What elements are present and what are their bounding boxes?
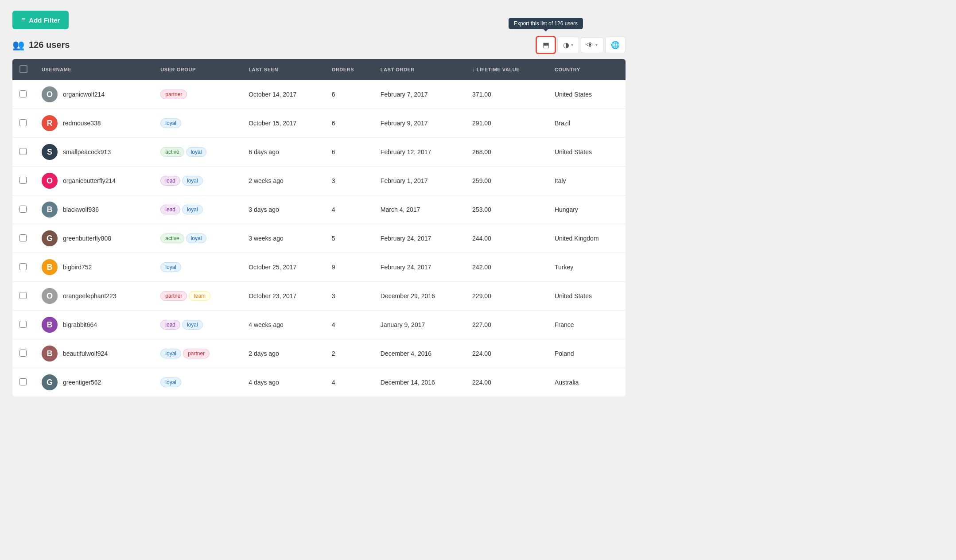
tag-lead[interactable]: lead xyxy=(160,205,180,214)
row-checkbox[interactable] xyxy=(19,206,27,213)
table-row[interactable]: G greenbutterfly808 activeloyal3 weeks a… xyxy=(12,224,626,253)
table-row[interactable]: B bigbird752 loyalOctober 25, 20179Febru… xyxy=(12,253,626,282)
table-row[interactable]: S smallpeacock913 activeloyal6 days ago6… xyxy=(12,138,626,167)
avatar: R xyxy=(42,115,58,131)
orders-cell: 6 xyxy=(325,109,373,138)
last-order-cell: December 29, 2016 xyxy=(373,282,465,311)
table-row[interactable]: O organicwolf214 partnerOctober 14, 2017… xyxy=(12,80,626,109)
tag-loyal[interactable]: loyal xyxy=(186,147,207,157)
tag-loyal[interactable]: loyal xyxy=(182,176,203,186)
row-checkbox[interactable] xyxy=(19,148,27,155)
last-order-cell: March 4, 2017 xyxy=(373,195,465,224)
tag-active[interactable]: active xyxy=(160,147,184,157)
user-cell: R redmouse338 xyxy=(35,109,153,138)
last-seen-cell: 3 days ago xyxy=(241,195,324,224)
username-text[interactable]: beautifulwolf924 xyxy=(63,350,108,357)
tag-partner[interactable]: partner xyxy=(160,89,187,99)
row-checkbox[interactable] xyxy=(19,292,27,299)
username-text[interactable]: smallpeacock913 xyxy=(63,148,111,156)
last-order-cell: February 7, 2017 xyxy=(373,80,465,109)
row-checkbox[interactable] xyxy=(19,321,27,328)
last-seen-cell: October 25, 2017 xyxy=(241,253,324,282)
tag-loyal[interactable]: loyal xyxy=(160,118,181,128)
table-row[interactable]: G greentiger562 loyal4 days ago4December… xyxy=(12,368,626,397)
orders-cell: 6 xyxy=(325,138,373,167)
user-cell: G greentiger562 xyxy=(35,368,153,397)
table-row[interactable]: B blackwolf936 leadloyal3 days ago4March… xyxy=(12,195,626,224)
user-cell: G greenbutterfly808 xyxy=(35,224,153,253)
columns-caret: ▾ xyxy=(571,43,573,47)
last-order-cell: December 4, 2016 xyxy=(373,339,465,368)
columns-icon: ◑ xyxy=(563,41,569,49)
last-seen-cell: 2 days ago xyxy=(241,339,324,368)
columns-button[interactable]: ◑ ▾ xyxy=(557,37,579,53)
user-cell: B bigbird752 xyxy=(35,253,153,282)
tag-active[interactable]: active xyxy=(160,233,184,243)
lifetime-value-cell: 259.00 xyxy=(465,167,548,195)
username-text[interactable]: blackwolf936 xyxy=(63,206,99,213)
row-checkbox[interactable] xyxy=(19,263,27,270)
last-order-cell: February 24, 2017 xyxy=(373,253,465,282)
tag-team[interactable]: team xyxy=(189,291,210,301)
avatar: B xyxy=(42,346,58,362)
avatar: O xyxy=(42,288,58,304)
row-checkbox[interactable] xyxy=(19,119,27,126)
row-checkbox[interactable] xyxy=(19,350,27,357)
table-row[interactable]: B beautifulwolf924 loyalpartner2 days ag… xyxy=(12,339,626,368)
username-text[interactable]: greentiger562 xyxy=(63,379,101,386)
user-count: 👥 126 users xyxy=(12,39,70,51)
user-cell: B blackwolf936 xyxy=(35,195,153,224)
table-row[interactable]: B bigrabbit664 leadloyal4 weeks ago4Janu… xyxy=(12,311,626,339)
tag-loyal[interactable]: loyal xyxy=(182,320,203,330)
last-seen-cell: 4 days ago xyxy=(241,368,324,397)
orders-cell: 4 xyxy=(325,368,373,397)
username-text[interactable]: organicwolf214 xyxy=(63,91,105,98)
table-row[interactable]: R redmouse338 loyalOctober 15, 20176Febr… xyxy=(12,109,626,138)
username-text[interactable]: bigrabbit664 xyxy=(63,321,97,328)
row-checkbox[interactable] xyxy=(19,378,27,385)
globe-button[interactable]: 🌐 xyxy=(605,37,626,53)
row-checkbox[interactable] xyxy=(19,90,27,97)
select-all-checkbox[interactable] xyxy=(19,65,27,73)
top-bar: ≡ Add Filter xyxy=(12,11,626,29)
username-text[interactable]: greenbutterfly808 xyxy=(63,235,111,242)
last-seen-cell: October 15, 2017 xyxy=(241,109,324,138)
view-button[interactable]: 👁 ▾ xyxy=(581,37,603,53)
tag-lead[interactable]: lead xyxy=(160,320,180,330)
page-wrapper: ≡ Add Filter 👥 126 users Export this lis… xyxy=(0,0,638,407)
tag-lead[interactable]: lead xyxy=(160,176,180,186)
username-text[interactable]: bigbird752 xyxy=(63,264,92,271)
orders-cell: 3 xyxy=(325,282,373,311)
tag-partner[interactable]: partner xyxy=(183,349,210,358)
orders-cell: 4 xyxy=(325,195,373,224)
last-seen-cell: October 14, 2017 xyxy=(241,80,324,109)
tags-cell: leadloyal xyxy=(153,167,241,195)
col-orders: ORDERS xyxy=(325,59,373,80)
add-filter-button[interactable]: ≡ Add Filter xyxy=(12,11,69,29)
table-row[interactable]: O orangeelephant223 partnerteamOctober 2… xyxy=(12,282,626,311)
last-order-cell: February 9, 2017 xyxy=(373,109,465,138)
avatar: G xyxy=(42,230,58,246)
table-row[interactable]: O organicbutterfly214 leadloyal2 weeks a… xyxy=(12,167,626,195)
last-order-cell: December 14, 2016 xyxy=(373,368,465,397)
row-checkbox[interactable] xyxy=(19,177,27,184)
avatar: B xyxy=(42,317,58,333)
username-text[interactable]: orangeelephant223 xyxy=(63,292,117,299)
export-button[interactable]: ⬒ xyxy=(536,36,556,54)
row-checkbox[interactable] xyxy=(19,234,27,241)
country-cell: Italy xyxy=(548,167,626,195)
username-text[interactable]: redmouse338 xyxy=(63,120,101,127)
col-lifetimevalue[interactable]: ↓ LIFETIME VALUE xyxy=(465,59,548,80)
orders-cell: 5 xyxy=(325,224,373,253)
tag-partner[interactable]: partner xyxy=(160,291,187,301)
country-cell: Australia xyxy=(548,368,626,397)
country-cell: Hungary xyxy=(548,195,626,224)
tag-loyal[interactable]: loyal xyxy=(186,233,207,243)
tag-loyal[interactable]: loyal xyxy=(182,205,203,214)
user-count-text: 126 users xyxy=(29,40,70,50)
tag-loyal[interactable]: loyal xyxy=(160,377,181,387)
tag-loyal[interactable]: loyal xyxy=(160,349,181,358)
tag-loyal[interactable]: loyal xyxy=(160,262,181,272)
username-text[interactable]: organicbutterfly214 xyxy=(63,177,116,184)
last-seen-cell: 3 weeks ago xyxy=(241,224,324,253)
